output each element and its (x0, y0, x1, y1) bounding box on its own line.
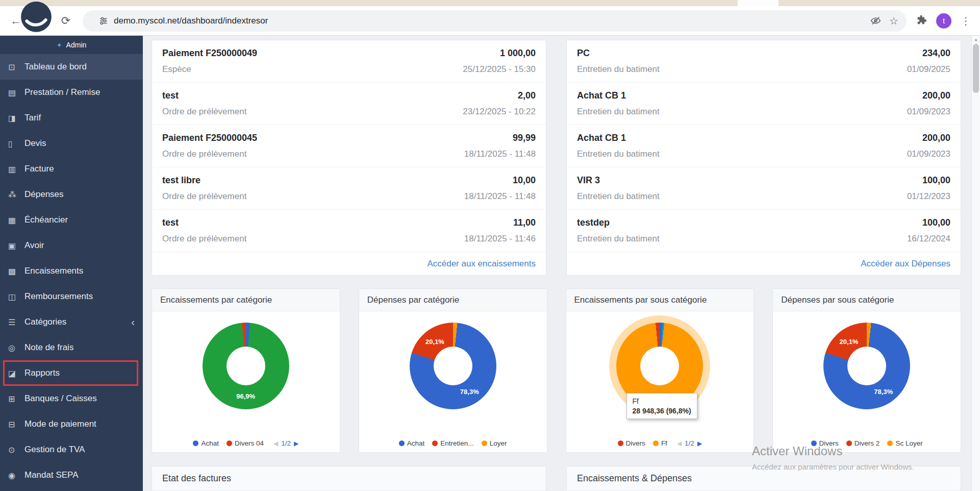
sidebar-item-label: Mode de paiement (24, 419, 96, 429)
prev-page-icon[interactable]: ◀ (677, 440, 682, 447)
legend-label: Divers 2 (855, 439, 880, 447)
browser-menu-icon[interactable]: ⋮ (961, 15, 971, 27)
legend-label: Sc Loyer (895, 439, 922, 447)
extensions-icon[interactable] (916, 14, 927, 28)
address-bar[interactable]: demo.myscol.net/dashboard/indextresor ☆ (83, 10, 907, 32)
tag-icon: ◨ (8, 113, 24, 123)
payment-row[interactable]: Paiement F25000004599,99 Ordre de prélèv… (152, 125, 546, 167)
sidebar-item-prestation-remise[interactable]: ▤ Prestation / Remise (0, 80, 143, 105)
expense-row[interactable]: Achat CB 1200,00 Entretien du batiment01… (567, 125, 961, 167)
expense-row[interactable]: PC234,00 Entretien du batiment01/09/2025 (567, 40, 961, 83)
legend-label: Divers (819, 439, 839, 447)
sidebar-item-banques-caisses[interactable]: ⊞ Banques / Caisses (0, 386, 143, 411)
sidebar-item-label: Avoir (24, 240, 44, 251)
sidebar-item-encaissements[interactable]: ▩ Encaissements (0, 258, 143, 284)
payment-row[interactable]: test11,00 Ordre de prélèvement18/11/2025… (152, 210, 546, 252)
sidebar-item-tarif[interactable]: ◨ Tarif (0, 105, 143, 131)
bookmark-star-icon[interactable]: ☆ (889, 15, 898, 27)
payment-method: Ordre de prélèvement (162, 149, 246, 159)
legend-item[interactable]: Loyer (482, 439, 507, 447)
payment-row[interactable]: test2,00 Ordre de prélèvement23/12/2025 … (152, 83, 546, 125)
legend-label: Divers (626, 439, 645, 447)
legend-item[interactable]: Divers 04 (227, 439, 264, 447)
link-acceder-encaissements[interactable]: Accéder aux encaissements (427, 259, 536, 268)
chart-legend: Divers Divers 2 Sc Loyer (773, 439, 961, 447)
payment-date: 25/12/2025 - 15:30 (463, 64, 536, 75)
main-content: Paiement F2500000491 000,00 Espèce25/12/… (143, 36, 971, 491)
refresh-icon[interactable]: ⟳ (57, 14, 74, 28)
payment-row[interactable]: test libre10,00 Ordre de prélèvement18/1… (152, 167, 546, 210)
sidebar-item-rapports[interactable]: ◪ Rapports (5, 362, 137, 384)
payment-amount: 2,00 (518, 90, 536, 101)
sidebar-item-facture[interactable]: ▥ Facture (0, 156, 143, 182)
sidebar-item-devis[interactable]: ▯ Devis (0, 131, 143, 156)
chart-tooltip: Ff 28 948,36 (96,8%) (626, 393, 697, 419)
browser-toolbar: ← ⟳ demo.myscol.net/dashboard/indextreso… (0, 6, 980, 36)
payment-mode-icon: ⊟ (8, 420, 24, 429)
scrollbar-thumb[interactable] (973, 44, 979, 93)
sidebar-item-label: Échéancier (24, 215, 68, 225)
donut-chart[interactable]: 78,3%20,1% (823, 323, 910, 409)
legend-item[interactable]: Entretien... (432, 439, 473, 447)
sidebar-item-tableau-de-bord[interactable]: ⊡ Tableau de bord (0, 54, 143, 80)
payment-row[interactable]: Paiement F2500000491 000,00 Espèce25/12/… (152, 40, 546, 83)
legend-item[interactable]: Achat (193, 439, 219, 447)
donut-chart[interactable]: 78,3%20,1% (410, 323, 496, 409)
sidebar-item-label: Prestation / Remise (24, 87, 100, 97)
legend-dot (811, 440, 817, 446)
sidebar-item-avoir[interactable]: ▣ Avoir (0, 233, 143, 258)
expense-row[interactable]: Achat CB 1200,00 Entretien du batiment01… (567, 83, 961, 125)
donut-chart[interactable]: 96,9% (203, 323, 289, 409)
sidebar-item-label: Rapports (24, 368, 60, 378)
next-page-icon[interactable]: ▶ (294, 440, 298, 447)
sidebar-item-gestion-de-tva[interactable]: ⊙ Gestion de TVA (0, 437, 143, 462)
chart-title: Encaissements par catégorie (152, 289, 340, 311)
legend-item[interactable]: Divers (811, 439, 839, 447)
legend-dot (482, 440, 487, 446)
page-indicator: 1/2 (281, 439, 291, 447)
next-page-icon[interactable]: ▶ (697, 440, 702, 447)
chart-card-depenses-par-sous-categorie: Dépenses par sous catégorie 78,3%20,1% D… (772, 288, 961, 453)
cash-icon: ▩ (8, 266, 24, 276)
payment-method: Espèce (162, 64, 191, 75)
legend-item[interactable]: Ff (653, 439, 667, 447)
card-title: Encaissements & Dépenses (567, 467, 961, 491)
toolbar-right-icons: t ⋮ (916, 13, 971, 29)
privacy-eye-icon[interactable] (870, 15, 881, 26)
chevron-left-icon[interactable]: ‹ (131, 316, 135, 328)
legend-item[interactable]: Divers 2 (846, 439, 880, 447)
tva-icon: ⊙ (8, 445, 24, 455)
sidebar-item-remboursements[interactable]: ◫ Remboursements (0, 284, 143, 309)
payment-method: Ordre de prélèvement (162, 106, 246, 117)
legend-item[interactable]: Achat (399, 439, 425, 447)
scrollbar-up-icon[interactable]: ▴ (972, 37, 980, 42)
etat-des-factures-card: Etat des factures (152, 466, 546, 491)
sidebar-item-label: Tableau de bord (24, 62, 87, 72)
sidebar-item-mode-de-paiement[interactable]: ⊟ Mode de paiement (0, 411, 143, 437)
expense-row[interactable]: VIR 3100,00 Entretien du batiment01/12/2… (567, 167, 961, 210)
payment-amount: 99,99 (513, 132, 536, 143)
payment-amount: 1 000,00 (500, 47, 536, 59)
link-acceder-depenses[interactable]: Accéder aux Dépenses (861, 259, 950, 268)
sidebar-item-mandat-sepa[interactable]: ◉ Mandat SEPA (0, 462, 143, 488)
donut-percent-label: 78,3% (874, 387, 893, 395)
legend-item[interactable]: Divers (618, 439, 645, 447)
expense-name: PC (577, 47, 590, 59)
chart-title: Encaissements par sous catégorie (566, 289, 754, 311)
sidebar-item-note-de-frais[interactable]: ◎ Note de frais (0, 335, 143, 360)
sidebar-item-depenses[interactable]: ⁂ Dépenses (0, 182, 143, 207)
profile-avatar[interactable]: t (936, 13, 951, 29)
sidebar-item-categories[interactable]: ☰ Catégories ‹ (0, 309, 143, 335)
expense-amount: 234,00 (922, 47, 950, 59)
sidebar: ✦ Admin ⊡ Tableau de bord ▤ Prestation /… (0, 36, 143, 491)
prev-page-icon[interactable]: ◀ (273, 440, 278, 447)
sidebar-item-echeancier[interactable]: ▦ Échéancier (0, 207, 143, 233)
expense-name: Achat CB 1 (577, 132, 626, 143)
expense-row[interactable]: testdep100,00 Entretien du batiment16/12… (567, 210, 961, 252)
page-scrollbar[interactable]: ▴ (971, 36, 980, 491)
legend-label: Entretien... (440, 439, 473, 447)
site-settings-icon[interactable] (99, 16, 108, 26)
legend-label: Ff (661, 439, 667, 447)
donut-percent-label: 96,9% (236, 392, 255, 400)
legend-item[interactable]: Sc Loyer (887, 439, 922, 447)
